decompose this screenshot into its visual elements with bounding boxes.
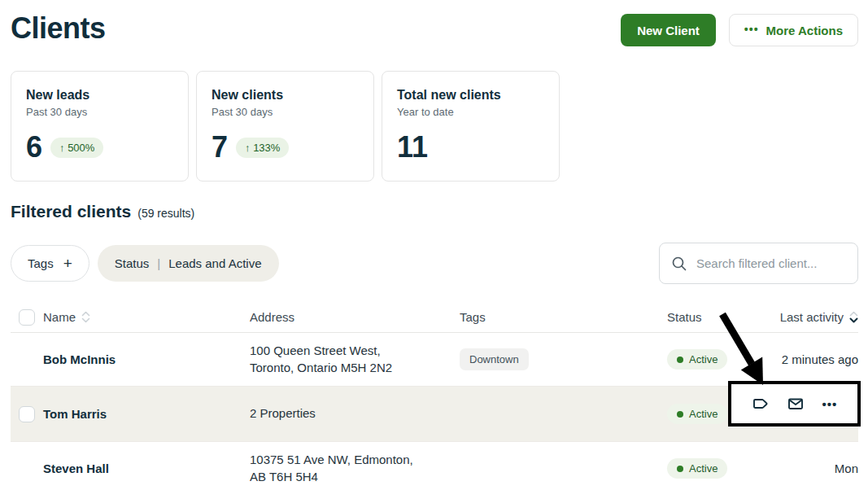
filter-toolbar: Tags + Status | Leads and Active <box>11 243 858 284</box>
table-row[interactable]: Bob McInnis 100 Queen Street West, Toron… <box>11 333 858 387</box>
more-actions-button[interactable]: ••• More Actions <box>729 14 858 46</box>
tag-icon[interactable] <box>752 396 770 412</box>
section-title: Filtered clients <box>11 202 131 221</box>
stat-value: 7 <box>212 133 228 162</box>
search-input[interactable] <box>696 256 846 270</box>
row-more-actions-icon[interactable]: ••• <box>822 397 838 411</box>
status-dot-icon <box>677 466 683 472</box>
more-actions-label: More Actions <box>766 24 843 37</box>
table-header-row: Name Address Tags Status Last activity <box>11 302 858 333</box>
status-dot-icon <box>677 357 683 363</box>
search-box[interactable] <box>659 243 858 284</box>
search-icon <box>671 256 687 272</box>
tags-filter-chip[interactable]: Tags + <box>11 245 89 282</box>
stats-row: New leads Past 30 days 6 ↑ 500% New clie… <box>11 71 858 182</box>
column-header-tags: Tags <box>460 310 667 324</box>
status-badge: Active <box>667 404 727 424</box>
status-badge: Active <box>667 349 727 370</box>
column-header-address: Address <box>250 310 460 324</box>
select-all-checkbox[interactable] <box>19 309 35 326</box>
status-dot-icon <box>677 411 683 418</box>
client-address: 10375 51 Ave NW, Edmonton, AB T6H 5H4 <box>250 452 460 485</box>
status-chip-value: Leads and Active <box>168 256 261 270</box>
client-address: 2 Properties <box>250 405 460 422</box>
email-icon[interactable] <box>787 396 805 412</box>
column-header-status: Status <box>667 310 752 324</box>
stat-subtitle: Past 30 days <box>26 106 173 118</box>
stat-title: Total new clients <box>397 88 544 103</box>
client-address: 100 Queen Street West, Toronto, Ontario … <box>250 343 460 376</box>
topbar-actions: New Client ••• More Actions <box>621 10 858 46</box>
status-filter-chip[interactable]: Status | Leads and Active <box>98 245 279 282</box>
topbar: Clients New Client ••• More Actions <box>11 10 858 46</box>
status-badge: Active <box>667 458 727 479</box>
clients-page: Clients New Client ••• More Actions New … <box>0 0 868 490</box>
results-count: (59 results) <box>137 207 194 220</box>
status-chip-label: Status <box>115 256 150 270</box>
stat-card-new-clients: New clients Past 30 days 7 ↑ 133% <box>196 71 374 182</box>
ellipsis-icon: ••• <box>744 23 759 36</box>
last-activity-value: 2 minutes ago <box>752 352 858 366</box>
trend-up-badge: ↑ 133% <box>236 138 289 158</box>
tag-badge: Downtown <box>460 348 529 370</box>
stat-subtitle: Year to date <box>397 106 544 118</box>
client-name-link[interactable]: Bob McInnis <box>43 352 250 366</box>
sort-desc-icon <box>849 311 858 323</box>
trend-up-badge: ↑ 500% <box>50 138 103 158</box>
clients-table: Name Address Tags Status Last activity B… <box>11 302 858 490</box>
stat-subtitle: Past 30 days <box>212 106 359 118</box>
stat-card-total-new-clients: Total new clients Year to date 11 <box>382 71 560 182</box>
filtered-clients-heading: Filtered clients (59 results) <box>11 202 858 221</box>
stat-value: 6 <box>26 133 42 162</box>
stat-title: New clients <box>212 88 359 103</box>
row-actions-highlight-box: ••• <box>728 381 861 427</box>
last-activity-value: Mon <box>752 462 858 475</box>
stat-title: New leads <box>26 88 173 103</box>
plus-icon: + <box>63 255 72 273</box>
chip-divider: | <box>157 256 160 270</box>
sort-icon <box>81 311 90 323</box>
page-title: Clients <box>11 10 106 46</box>
column-header-name[interactable]: Name <box>43 310 250 324</box>
column-header-last-activity[interactable]: Last activity <box>752 310 858 324</box>
new-client-button[interactable]: New Client <box>621 14 716 46</box>
stat-card-new-leads: New leads Past 30 days 6 ↑ 500% <box>11 71 189 182</box>
table-row[interactable]: Steven Hall 10375 51 Ave NW, Edmonton, A… <box>11 442 858 490</box>
stat-value: 11 <box>397 133 428 162</box>
tags-chip-label: Tags <box>28 256 54 270</box>
row-checkbox[interactable] <box>19 406 35 422</box>
client-name-link[interactable]: Tom Harris <box>43 407 250 421</box>
client-name-link[interactable]: Steven Hall <box>43 462 250 475</box>
